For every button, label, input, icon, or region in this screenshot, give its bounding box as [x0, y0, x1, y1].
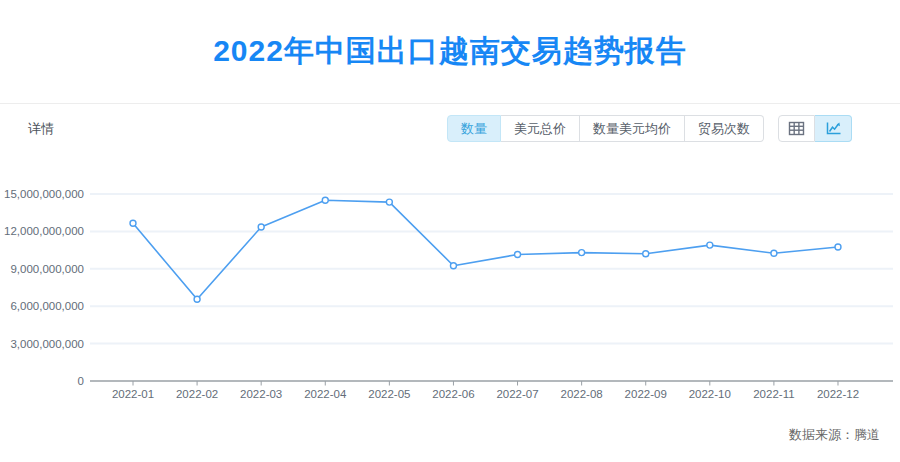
y-axis-tick-label: 15,000,000,000: [4, 188, 84, 200]
y-axis-tick-label: 3,000,000,000: [10, 338, 84, 350]
y-axis-tick-label: 0: [78, 375, 84, 387]
data-point-marker[interactable]: [194, 296, 200, 302]
x-axis-tick-label: 2022-09: [625, 388, 667, 400]
metric-tab-group: 数量 美元总价 数量美元均价 贸易次数: [447, 115, 764, 142]
y-axis-tick-label: 9,000,000,000: [10, 263, 84, 275]
data-point-marker[interactable]: [258, 224, 264, 230]
x-axis-tick-label: 2022-01: [112, 388, 154, 400]
header-divider: [0, 103, 900, 104]
chart-view-button[interactable]: [815, 115, 852, 142]
y-axis-tick-label: 6,000,000,000: [10, 300, 84, 312]
x-axis-tick-label: 2022-04: [304, 388, 347, 400]
table-view-button[interactable]: [778, 115, 815, 142]
tab-usd-average[interactable]: 数量美元均价: [580, 115, 685, 142]
data-point-marker[interactable]: [835, 244, 841, 250]
tab-trade-count[interactable]: 贸易次数: [685, 115, 764, 142]
line-chart-icon: [825, 121, 842, 136]
data-point-marker[interactable]: [322, 197, 328, 203]
line-chart-canvas: 15,000,000,00012,000,000,0009,000,000,00…: [0, 171, 900, 421]
data-source: 数据来源：腾道: [789, 426, 880, 444]
x-axis-tick-label: 2022-08: [561, 388, 603, 400]
x-axis-tick-label: 2022-05: [368, 388, 410, 400]
x-axis-tick-label: 2022-11: [753, 388, 794, 400]
x-axis-tick-label: 2022-10: [689, 388, 731, 400]
details-label: 详情: [28, 120, 54, 138]
toolbar: 详情 数量 美元总价 数量美元均价 贸易次数: [0, 115, 900, 142]
y-axis-tick-label: 12,000,000,000: [4, 225, 84, 237]
x-axis-tick-label: 2022-07: [496, 388, 538, 400]
trend-chart: 15,000,000,00012,000,000,0009,000,000,00…: [0, 171, 900, 425]
x-axis-tick-label: 2022-06: [432, 388, 474, 400]
series-line: [133, 200, 838, 299]
data-point-marker[interactable]: [386, 199, 392, 205]
report-page: 2022年中国出口越南交易趋势报告 详情 数量 美元总价 数量美元均价 贸易次数: [0, 0, 900, 462]
view-toggle-group: [778, 115, 852, 142]
report-header: 2022年中国出口越南交易趋势报告: [0, 0, 900, 103]
x-axis-tick-label: 2022-03: [240, 388, 282, 400]
data-point-marker[interactable]: [450, 263, 456, 269]
data-point-marker[interactable]: [130, 220, 136, 226]
page-title: 2022年中国出口越南交易趋势报告: [213, 31, 687, 72]
data-point-marker[interactable]: [707, 242, 713, 248]
tab-quantity[interactable]: 数量: [447, 115, 501, 142]
data-point-marker[interactable]: [643, 251, 649, 257]
x-axis-tick-label: 2022-02: [176, 388, 218, 400]
x-axis-tick-label: 2022-12: [817, 388, 859, 400]
data-point-marker[interactable]: [771, 250, 777, 256]
data-point-marker[interactable]: [515, 252, 521, 258]
tab-usd-total[interactable]: 美元总价: [501, 115, 580, 142]
data-point-marker[interactable]: [579, 250, 585, 256]
table-icon: [788, 121, 805, 136]
